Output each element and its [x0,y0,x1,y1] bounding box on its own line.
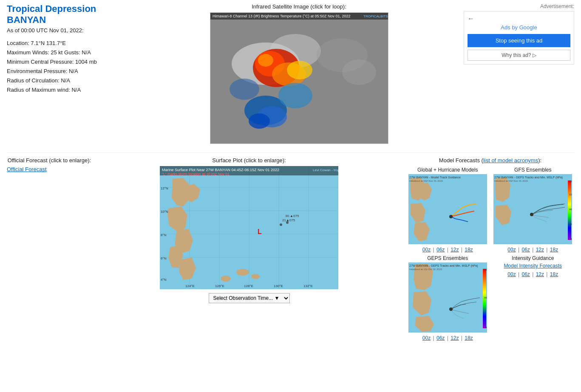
geps-ensemble-section: GEPS Ensembles [406,255,489,341]
svg-text:6°N: 6°N [161,257,167,260]
satellite-image[interactable]: Himawari-8 Channel 13 (IR) Brightness Te… [210,12,388,144]
svg-point-28 [236,269,249,276]
svg-text:Initialized at 00Z Nov 01 2022: Initialized at 00Z Nov 01 2022 [494,180,528,182]
svg-text:27W BANYAN - GEFS Tracks and M: 27W BANYAN - GEFS Tracks and Min. MSLP (… [494,176,563,179]
svg-point-66 [449,307,453,311]
forecast-title: Official Forecast (click to enlarge): [7,157,92,164]
svg-text:Himawari-8 Channel 13 (IR) Bri: Himawari-8 Channel 13 (IR) Brightness Te… [213,14,351,18]
geps-model-time-links: 00z | 06z | 12z | 18z [422,335,473,341]
svg-text:Initialized at 00Z Nov 01 2022: Initialized at 00Z Nov 01 2022 [409,180,443,182]
svg-text:27W BANYAN - GEPS Tracks and M: 27W BANYAN - GEPS Tracks and Min. MSLP (… [409,264,478,268]
intensity-12z-link[interactable]: 12z [536,271,544,277]
storm-title: Tropical Depression BANYAN [7,3,134,25]
svg-text:Levi Cowan - tropicaltdbits.co: Levi Cowan - tropicaltdbits.com [313,168,338,172]
global-hurricane-model-section: Global + Hurricane Models [406,167,489,253]
svg-text:30.▲075: 30.▲075 [285,214,299,218]
gfs-model-image[interactable]: 27W BANYAN - GEFS Tracks and Min. MSLP (… [493,174,572,245]
intensity-06z-link[interactable]: 06z [521,271,530,277]
geps-title: GEPS Ensembles [427,255,468,261]
gfs-12z-link[interactable]: 12z [536,247,544,253]
svg-text:980: 980 [569,208,572,211]
ads-by-google: Ads by Google [468,24,570,31]
svg-point-11 [278,83,312,108]
svg-text:960: 960 [569,223,572,226]
svg-point-5 [258,54,273,67]
stop-seeing-ad-button[interactable]: Stop seeing this ad [468,34,570,47]
storm-max-winds: Maximum Winds: 25 kt Gusts: N/A [7,48,134,57]
geps-18z-link[interactable]: 18z [465,335,473,341]
svg-text:124°E: 124°E [185,284,195,288]
svg-point-29 [251,274,260,279]
global-18z-link[interactable]: 18z [465,247,473,253]
gfs-00z-link[interactable]: 00z [507,247,516,253]
svg-text:27W BANYAN - Model Track Guida: 27W BANYAN - Model Track Guidance [409,176,461,179]
ad-title: Advertisement: [464,3,574,9]
global-model-time-links: 00z | 06z | 12z | 18z [422,247,473,253]
svg-text:1005: 1005 [569,193,572,196]
svg-point-12 [230,79,259,100]
gfs-title: GFS Ensembles [514,167,551,173]
intensity-title: Intensity Guidance [512,255,554,261]
storm-env-pressure: Environmental Pressure: N/A [7,67,134,76]
satellite-svg: Himawari-8 Channel 13 (IR) Brightness Te… [210,13,388,144]
svg-point-56 [530,213,533,216]
gfs-18z-link[interactable]: 18z [550,247,558,253]
gfs-model-time-links: 00z | 06z | 12z | 18z [507,247,558,253]
svg-text:980: 980 [484,296,487,299]
global-model-title: Global + Hurricane Models [417,167,478,173]
svg-text:3015: 3015 [569,180,572,183]
intensity-00z-link[interactable]: 00z [507,271,516,277]
geps-12z-link[interactable]: 12z [451,335,459,341]
observation-time-select[interactable]: Select Observation Time... ▼ [209,293,290,303]
surface-plot-image[interactable]: L 21▲075 30.▲075 Marine Surface Plot Nea… [160,166,338,290]
why-this-ad-link[interactable]: Why this ad? ▷ [468,50,570,61]
svg-text:3015: 3015 [484,268,487,271]
model-acronyms-link[interactable]: list of model acronyms [483,157,538,164]
storm-radius-wind: Radius of Maximum wind: N/A [7,85,134,95]
svg-text:8°N: 8°N [161,233,167,237]
gfs-model-svg: 27W BANYAN - GEFS Tracks and Min. MSLP (… [493,174,572,244]
svg-text:Initialized at 12z Oct 31 2022: Initialized at 12z Oct 31 2022 [409,268,442,271]
svg-text:Marine Surface Plot Near 27W B: Marine Surface Plot Near 27W BANYAN 04:4… [162,168,279,172]
storm-timestamp: As of 00:00 UTC Nov 01, 2022: [7,27,134,34]
model-intensity-forecasts-link[interactable]: Model Intensity Forecasts [504,263,562,269]
official-forecast-link[interactable]: Official Forecast [7,166,47,172]
svg-text:940: 940 [484,326,487,329]
global-06z-link[interactable]: 06z [436,247,445,253]
ad-container: ← Ads by Google Stop seeing this ad Why … [464,11,574,65]
geps-00z-link[interactable]: 00z [422,335,431,341]
storm-location: Location: 7.1°N 131.7°E [7,39,134,48]
svg-text:10°N: 10°N [161,210,168,214]
svg-text:12°N: 12°N [161,186,168,190]
intensity-18z-link[interactable]: 18z [550,271,558,277]
geps-06z-link[interactable]: 06z [436,335,445,341]
svg-text:21▲075: 21▲075 [282,218,295,222]
svg-point-10 [249,113,270,129]
svg-point-30 [221,276,231,282]
svg-point-51 [449,215,453,218]
svg-point-32 [280,223,282,226]
geps-model-image[interactable]: 27W BANYAN - GEPS Tracks and Min. MSLP (… [408,262,487,334]
surface-plot-svg: L 21▲075 30.▲075 Marine Surface Plot Nea… [160,166,338,289]
global-model-svg: 27W BANYAN - Model Track Guidance Initia… [408,174,487,244]
svg-text:132°E: 132°E [303,284,313,288]
svg-text:128°E: 128°E [244,284,253,288]
gfs-06z-link[interactable]: 06z [521,247,530,253]
svg-text:4°N: 4°N [161,278,167,282]
satellite-title: Infrared Satellite Image (click for loop… [252,3,346,10]
intensity-guidance-section: Intensity Guidance Model Intensity Forec… [492,255,575,341]
global-model-image[interactable]: 27W BANYAN - Model Track Guidance Initia… [408,174,487,245]
gfs-ensemble-section: GFS Ensembles [492,167,575,253]
storm-radius-circ: Radius of Circulation: N/A [7,76,134,85]
global-00z-link[interactable]: 00z [422,247,431,253]
svg-text:TROPICALBITS.COM: TROPICALBITS.COM [363,14,388,18]
svg-point-14 [342,59,376,85]
svg-text:130°E: 130°E [274,284,283,288]
intensity-time-links: 00z | 06z | 12z | 18z [507,271,558,277]
svg-text:"L" marks storm location as of: "L" marks storm location as of 00Z Nov 0… [162,172,230,176]
global-12z-link[interactable]: 12z [451,247,459,253]
svg-point-7 [287,61,312,79]
svg-text:940: 940 [569,238,572,240]
ad-back-button[interactable]: ← [468,15,474,23]
model-forecasts-title: Model Forecasts (list of model acronyms)… [406,157,574,164]
